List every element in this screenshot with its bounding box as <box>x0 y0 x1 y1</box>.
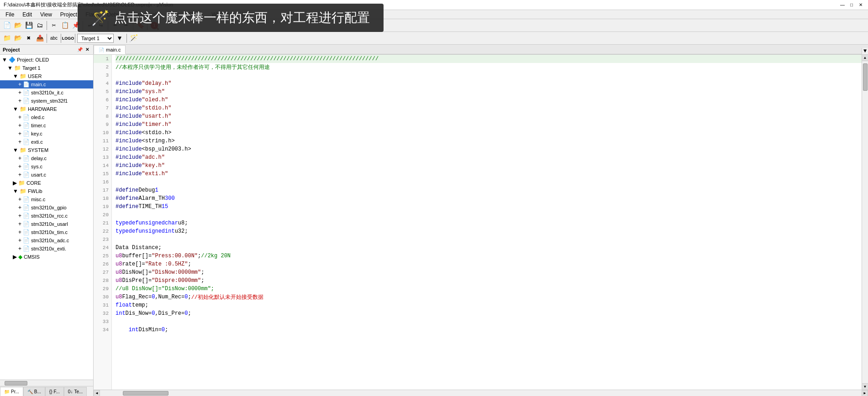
tree-node-target1[interactable]: ▼ 📁 Target 1 <box>0 64 93 72</box>
v-scroll-track[interactable] <box>862 61 868 383</box>
code-line-5[interactable]: #include "sys.h" <box>116 88 862 96</box>
menu-peripherals[interactable]: Peripherals <box>128 10 163 19</box>
menu-window[interactable]: Window <box>208 10 235 19</box>
open-button[interactable]: 📂 <box>13 21 23 31</box>
code-line-12[interactable]: #include <bsp_uln2003.h> <box>116 145 862 153</box>
code-line-9[interactable]: #include "timer.h" <box>116 120 862 129</box>
code-line-17[interactable]: #define Debug 1 <box>116 186 862 194</box>
export-button[interactable]: 📤 <box>35 33 45 43</box>
undo-button[interactable]: ↩ <box>85 21 95 31</box>
save-button[interactable]: 💾 <box>24 21 34 31</box>
horizontal-scrollbar[interactable]: ◀ ▶ <box>94 390 868 396</box>
menu-debug[interactable]: Debug <box>104 10 127 19</box>
code-line-11[interactable]: #include <string.h> <box>116 137 862 145</box>
maximize-button[interactable]: □ <box>848 1 855 9</box>
code-line-26[interactable]: u8 rate[]="Rate :0.5HZ"; <box>116 260 862 268</box>
nav-forward-button[interactable]: ➡ <box>121 21 131 31</box>
tree-node-delayc[interactable]: + 📄 delay.c <box>0 154 93 162</box>
code-line-29[interactable]: //u8 DisNow[]="DisNow:0000mm"; <box>116 285 862 293</box>
code-line-21[interactable]: typedef unsigned char u8; <box>116 219 862 227</box>
close-button[interactable]: ✕ <box>857 1 864 9</box>
code-line-23[interactable] <box>116 235 862 244</box>
v-scroll-thumb[interactable] <box>863 63 868 91</box>
tab-functions[interactable]: {} F... <box>45 387 64 396</box>
code-line-18[interactable]: #define Alarm_TH 300 <box>116 194 862 203</box>
new-file-button[interactable]: 📄 <box>2 21 12 31</box>
code-line-27[interactable]: u8 DisNow[]="DisNow:0000mm"; <box>116 268 862 276</box>
tree-node-systemstm32[interactable]: + 📄 system_stm32f1 <box>0 97 93 105</box>
project-tree[interactable]: ▼ 🔷 Project: OLED ▼ 📁 Target 1 ▼ 📁 USER … <box>0 55 93 380</box>
tree-node-exti[interactable]: + 📄 stm32f10x_exti. <box>0 245 93 253</box>
tree-node-keyc[interactable]: + 📄 key.c <box>0 130 93 138</box>
code-area[interactable]: 1 2 3 4 5 6 7 8 9 10 11 12 13 14 <box>94 55 868 390</box>
tree-node-system-folder[interactable]: ▼ 📁 SYSTEM <box>0 146 93 154</box>
tree-node-usartc[interactable]: + 📄 usart.c <box>0 171 93 179</box>
file-tab-arrow[interactable]: ▼ <box>862 48 868 54</box>
menu-tools[interactable]: Tools <box>164 10 184 19</box>
tree-node-tim[interactable]: + 📄 stm32f10x_tim.c <box>0 228 93 236</box>
tab-templates[interactable]: 0↓ Te... <box>64 387 87 396</box>
tree-node-timerc[interactable]: + 📄 timer.c <box>0 121 93 130</box>
menu-project[interactable]: Project <box>57 10 81 19</box>
target-select[interactable]: Target 1 <box>77 34 114 43</box>
new-project-button[interactable]: 📁 <box>2 33 12 43</box>
code-line-14[interactable]: #include "key.h" <box>116 162 862 170</box>
code-content[interactable]: ////////////////////////////////////////… <box>112 55 862 390</box>
code-line-4[interactable]: #include "delay.h" <box>116 79 862 88</box>
code-line-1[interactable]: ////////////////////////////////////////… <box>116 55 862 63</box>
tree-node-fwlib-folder[interactable]: ▼ 📁 FWLib <box>0 187 93 195</box>
open-project-button[interactable]: 📂 <box>13 33 23 43</box>
tree-node-oledc[interactable]: + 📄 oled.c <box>0 113 93 121</box>
code-line-19[interactable]: #define TIME_TH 15 <box>116 203 862 211</box>
code-line-3[interactable] <box>116 71 862 79</box>
close-project-button[interactable]: ✖ <box>24 33 34 43</box>
code-line-13[interactable]: #include "adc.h" <box>116 153 862 162</box>
tree-node-adc[interactable]: + 📄 stm32f10x_adc.c <box>0 236 93 245</box>
tree-node-misc[interactable]: + 📄 misc.c <box>0 195 93 203</box>
file-tab-mainc[interactable]: 📄 main.c <box>94 45 126 54</box>
bookmark-button[interactable]: 🔖 <box>135 21 145 31</box>
menu-edit[interactable]: Edit <box>19 10 36 19</box>
code-line-24[interactable]: Data Distance; <box>116 244 862 252</box>
panel-close-button[interactable]: ✕ <box>84 47 90 53</box>
tree-node-project[interactable]: ▼ 🔷 Project: OLED <box>0 56 93 64</box>
tree-node-rcc[interactable]: + 📄 stm32f10x_rcc.c <box>0 212 93 220</box>
tree-horizontal-scrollbar[interactable] <box>0 380 93 386</box>
menu-flash[interactable]: Flash <box>82 10 102 19</box>
code-line-22[interactable]: typedef unsigned int u32; <box>116 227 862 235</box>
code-line-33[interactable] <box>116 318 862 326</box>
tab-build[interactable]: 🔨 B... <box>23 387 45 396</box>
tree-node-user-folder[interactable]: ▼ 📁 USER <box>0 72 93 80</box>
code-line-6[interactable]: #include "oled.h" <box>116 96 862 104</box>
logo-button[interactable]: LOGO <box>63 33 73 43</box>
menu-svcs[interactable]: SVCS <box>185 10 207 19</box>
code-line-10[interactable]: #include <stdio.h> <box>116 129 862 137</box>
redo-button[interactable]: ↪ <box>96 21 106 31</box>
code-line-25[interactable]: u8 buffer[]="Press:00.00N"; //2kg 20N <box>116 252 862 260</box>
code-line-30[interactable]: u8 Flag_Rec=0,Num_Rec=0; //初始化默认未开始接受数据 <box>116 293 862 301</box>
code-line-2[interactable]: //本程序只供学习使用，未经作者许可，不得用于其它任何用途 <box>116 63 862 71</box>
minimize-button[interactable]: — <box>839 1 846 9</box>
tree-node-sysc[interactable]: + 📄 sys.c <box>0 162 93 171</box>
vertical-scrollbar[interactable]: ▲ ▼ <box>862 55 868 390</box>
v-scroll-down[interactable]: ▼ <box>862 383 868 390</box>
code-line-28[interactable]: u8 DisPre[]="Dispre:0000mm"; <box>116 276 862 285</box>
code-line-15[interactable]: #include "exti.h" <box>116 170 862 178</box>
h-scroll-track[interactable] <box>100 390 862 396</box>
tree-node-stm32it[interactable]: + 📄 stm32f10x_it.c <box>0 89 93 97</box>
save-all-button[interactable]: 🗂 <box>35 21 45 31</box>
tree-node-core-folder[interactable]: ▶ 📁 CORE <box>0 179 93 187</box>
magic-wand-button[interactable]: 🪄 <box>129 33 139 43</box>
tree-node-mainc[interactable]: + 📄 main.c <box>0 80 93 89</box>
cut-button[interactable]: ✂ <box>49 21 59 31</box>
build-badge-button[interactable]: 🔨 1 <box>149 21 159 31</box>
target-options-button[interactable]: ▼ <box>115 33 125 43</box>
menu-view[interactable]: View <box>37 10 56 19</box>
panel-pin-button[interactable]: 📌 <box>77 47 83 53</box>
tree-node-gpio[interactable]: + 📄 stm32f10x_gpio <box>0 203 93 212</box>
code-line-8[interactable]: #include "usart.h" <box>116 112 862 120</box>
menu-help[interactable]: Help <box>236 10 254 19</box>
h-scroll-thumb[interactable] <box>123 391 168 396</box>
menu-file[interactable]: File <box>2 10 18 19</box>
h-scroll-left[interactable]: ◀ <box>94 390 100 396</box>
